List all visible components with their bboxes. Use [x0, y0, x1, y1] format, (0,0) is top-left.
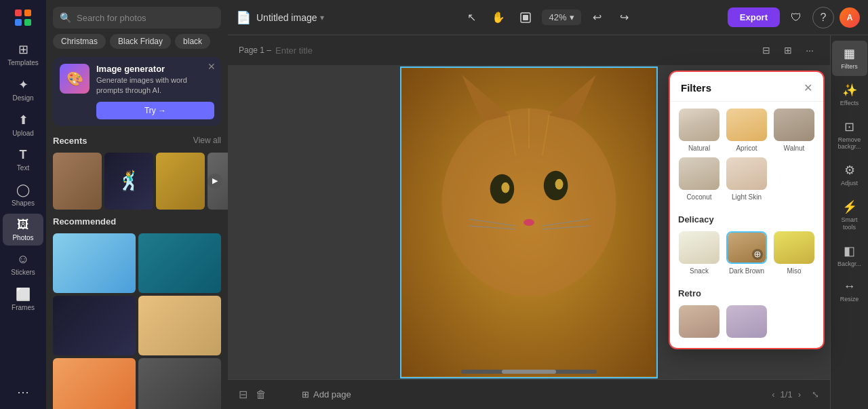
sidebar-item-frames-label: Frames: [12, 304, 35, 311]
document-icon: 📄: [236, 10, 251, 25]
redo-button[interactable]: ↪: [614, 7, 635, 28]
delete-page-icon[interactable]: 🗑: [256, 389, 267, 401]
single-view-button[interactable]: ⊟: [757, 41, 776, 60]
right-tool-filters[interactable]: ▦ Filters: [832, 41, 867, 76]
filter-retro-2[interactable]: [726, 305, 768, 341]
filters-close-button[interactable]: ✕: [804, 81, 812, 94]
sidebar-item-photos[interactable]: 🖼 Photos: [3, 214, 43, 246]
filter-snack[interactable]: Snack: [678, 231, 720, 275]
more-icon: ⋯: [17, 385, 29, 400]
page-title-input[interactable]: [275, 45, 389, 56]
image-generator-close-button[interactable]: ✕: [208, 61, 216, 72]
canvas-frame[interactable]: [400, 66, 658, 378]
sidebar-item-design[interactable]: ✦ Design: [3, 73, 43, 106]
recommended-item-4[interactable]: [138, 296, 221, 355]
svg-rect-0: [15, 9, 22, 16]
filters-icon: ▦: [844, 46, 855, 61]
sidebar-item-more[interactable]: ⋯: [3, 381, 43, 404]
sidebar-item-upload-label: Upload: [12, 130, 34, 137]
adjust-icon: ⚙: [844, 163, 855, 178]
tag-christmas[interactable]: Christmas: [53, 34, 106, 49]
recommended-item-2[interactable]: [138, 233, 221, 293]
hand-tool-button[interactable]: ✋: [488, 7, 509, 28]
shield-button[interactable]: 🛡: [785, 7, 807, 28]
sidebar-item-templates[interactable]: ⊞ Templates: [3, 38, 43, 71]
sidebar-item-stickers[interactable]: ☺ Stickers: [3, 248, 43, 280]
right-tool-smart-label: Smarttools: [841, 216, 857, 231]
filter-coconut[interactable]: Coconut: [678, 157, 720, 201]
filters-panel: Filters ✕ Natural Apri: [669, 71, 825, 349]
sidebar-item-shapes-label: Shapes: [12, 199, 35, 207]
filter-section-default: Natural Apricot Walnut: [670, 102, 823, 208]
background-icon: ◧: [844, 244, 855, 258]
page-navigation: ‹ 1/1 › ⤡: [772, 389, 819, 400]
zoom-display[interactable]: 42% ▾: [542, 9, 580, 25]
toolbar: 📄 Untitled image ▾ ↖ ✋ 42% ▾ ↩ ↪ Ex: [228, 0, 868, 35]
filter-walnut[interactable]: Walnut: [773, 109, 815, 152]
filter-retro-1-thumb: [679, 305, 719, 338]
recent-thumb-1[interactable]: [53, 153, 102, 210]
frame-tool-button[interactable]: [515, 7, 536, 28]
tag-black[interactable]: black: [175, 34, 210, 49]
svg-rect-5: [523, 15, 528, 20]
help-button[interactable]: ?: [812, 7, 834, 28]
filter-section-retro-title: Retro: [678, 288, 815, 298]
search-input[interactable]: [77, 13, 214, 23]
recent-thumb-2[interactable]: 🕺: [104, 153, 153, 210]
recents-next-arrow[interactable]: ▶: [208, 174, 222, 189]
right-tool-adjust[interactable]: ⚙ Adjust: [832, 157, 867, 193]
right-tool-resize[interactable]: ↔ Resize: [832, 274, 867, 309]
user-avatar[interactable]: A: [840, 7, 860, 28]
pointer-tool-button[interactable]: ↖: [460, 7, 482, 28]
zoom-chevron: ▾: [570, 12, 574, 22]
filter-miso[interactable]: Miso: [773, 231, 815, 275]
filter-snack-thumb: [679, 231, 719, 264]
sidebar-item-text[interactable]: T Text: [3, 144, 43, 176]
image-generator-try-button[interactable]: Try →: [96, 102, 214, 119]
page-view-buttons: ⊟ ⊞ ···: [757, 41, 819, 60]
filter-natural[interactable]: Natural: [678, 109, 720, 152]
add-page-button[interactable]: ⊞ Add page: [302, 389, 351, 400]
filter-section-retro: Retro: [670, 281, 823, 348]
more-options-button[interactable]: ···: [800, 41, 819, 60]
app-logo[interactable]: [11, 5, 35, 30]
filter-natural-thumb: [679, 109, 719, 141]
export-button[interactable]: Export: [728, 7, 780, 27]
recent-thumb-3[interactable]: [156, 153, 205, 210]
tag-black-friday[interactable]: Black Friday: [110, 34, 171, 49]
right-tool-background[interactable]: ◧ Backgr...: [832, 238, 867, 273]
sidebar-item-templates-label: Templates: [7, 59, 39, 66]
svg-point-12: [524, 219, 534, 226]
filter-apricot[interactable]: Apricot: [726, 109, 768, 152]
recommended-item-3[interactable]: [53, 296, 136, 355]
recommended-item-5[interactable]: [53, 358, 136, 409]
sidebar-item-frames[interactable]: ⬜ Frames: [3, 283, 43, 315]
right-tool-remove-bg[interactable]: ⊡ Removebackgr...: [832, 114, 867, 157]
view-all-button[interactable]: View all: [193, 136, 221, 145]
document-title[interactable]: Untitled image ▾: [256, 12, 324, 23]
page-thumb-icon[interactable]: ⊟: [239, 388, 248, 401]
sidebar-item-upload[interactable]: ⬆ Upload: [3, 109, 43, 141]
search-bar[interactable]: 🔍: [53, 7, 221, 28]
recommended-item-6[interactable]: [138, 358, 221, 409]
page-bar: Page 1 – ⊟ ⊞ ···: [228, 35, 830, 65]
page-next-button[interactable]: ›: [798, 389, 801, 400]
toolbar-left: 📄 Untitled image ▾: [236, 10, 455, 25]
shapes-icon: ◯: [16, 182, 30, 197]
page-prev-button[interactable]: ‹: [772, 389, 774, 400]
remove-bg-icon: ⊡: [844, 119, 854, 134]
effects-icon: ✨: [842, 83, 857, 98]
undo-button[interactable]: ↩: [587, 7, 608, 28]
sidebar-item-shapes[interactable]: ◯ Shapes: [3, 178, 43, 211]
svg-rect-1: [24, 9, 31, 16]
zoom-value: 42%: [549, 12, 566, 22]
grid-view-button[interactable]: ⊞: [778, 41, 797, 60]
filter-miso-label: Miso: [787, 267, 801, 275]
filter-retro-1[interactable]: [678, 305, 720, 341]
right-tool-smart-tools[interactable]: ⚡ Smarttools: [832, 194, 867, 237]
filter-light-skin[interactable]: Light Skin: [726, 157, 768, 201]
filter-dark-brown[interactable]: Dark Brown: [726, 231, 768, 275]
right-tool-effects[interactable]: ✨ Effects: [832, 77, 867, 113]
fullscreen-icon[interactable]: ⤡: [812, 389, 819, 400]
recommended-item-1[interactable]: [53, 233, 136, 293]
